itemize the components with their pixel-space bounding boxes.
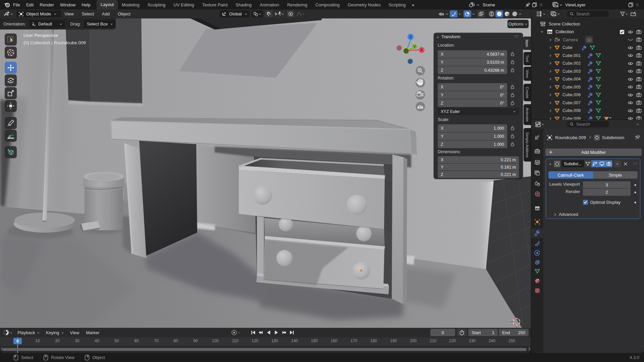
svg-text:(0) Collection | Roundcube.009: (0) Collection | Roundcube.009 <box>23 40 86 45</box>
svg-text:Z: Z <box>410 35 412 39</box>
svg-text:X: X <box>420 48 423 52</box>
svg-text:User Perspective: User Perspective <box>23 33 58 38</box>
svg-text:Y: Y <box>413 45 416 49</box>
